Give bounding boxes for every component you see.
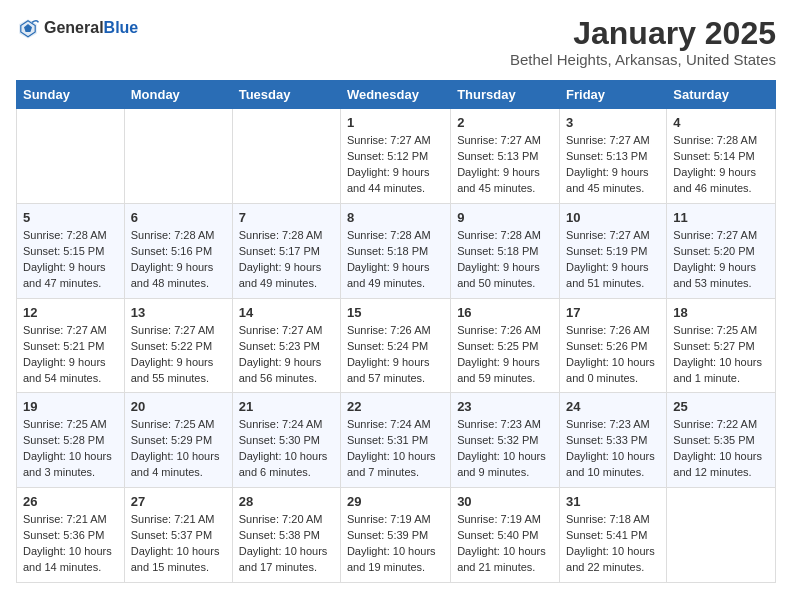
day-number: 18: [673, 305, 769, 320]
day-info: Sunrise: 7:25 AM Sunset: 5:28 PM Dayligh…: [23, 417, 118, 481]
day-info: Sunrise: 7:27 AM Sunset: 5:23 PM Dayligh…: [239, 323, 334, 387]
calendar-cell: 29Sunrise: 7:19 AM Sunset: 5:39 PM Dayli…: [340, 488, 450, 583]
calendar-cell: 21Sunrise: 7:24 AM Sunset: 5:30 PM Dayli…: [232, 393, 340, 488]
calendar-cell: 5Sunrise: 7:28 AM Sunset: 5:15 PM Daylig…: [17, 203, 125, 298]
calendar-week-5: 26Sunrise: 7:21 AM Sunset: 5:36 PM Dayli…: [17, 488, 776, 583]
day-number: 3: [566, 115, 660, 130]
day-info: Sunrise: 7:21 AM Sunset: 5:36 PM Dayligh…: [23, 512, 118, 576]
day-info: Sunrise: 7:26 AM Sunset: 5:26 PM Dayligh…: [566, 323, 660, 387]
day-info: Sunrise: 7:28 AM Sunset: 5:16 PM Dayligh…: [131, 228, 226, 292]
day-number: 14: [239, 305, 334, 320]
day-number: 2: [457, 115, 553, 130]
calendar-cell: 30Sunrise: 7:19 AM Sunset: 5:40 PM Dayli…: [451, 488, 560, 583]
calendar-table: Sunday Monday Tuesday Wednesday Thursday…: [16, 80, 776, 583]
day-number: 12: [23, 305, 118, 320]
day-info: Sunrise: 7:25 AM Sunset: 5:27 PM Dayligh…: [673, 323, 769, 387]
day-number: 5: [23, 210, 118, 225]
day-number: 4: [673, 115, 769, 130]
day-info: Sunrise: 7:26 AM Sunset: 5:25 PM Dayligh…: [457, 323, 553, 387]
calendar-cell: [667, 488, 776, 583]
calendar-cell: 25Sunrise: 7:22 AM Sunset: 5:35 PM Dayli…: [667, 393, 776, 488]
calendar-cell: 3Sunrise: 7:27 AM Sunset: 5:13 PM Daylig…: [560, 109, 667, 204]
calendar-cell: 16Sunrise: 7:26 AM Sunset: 5:25 PM Dayli…: [451, 298, 560, 393]
logo-text: General Blue: [44, 20, 138, 36]
calendar-cell: 9Sunrise: 7:28 AM Sunset: 5:18 PM Daylig…: [451, 203, 560, 298]
day-number: 27: [131, 494, 226, 509]
calendar-cell: 22Sunrise: 7:24 AM Sunset: 5:31 PM Dayli…: [340, 393, 450, 488]
day-info: Sunrise: 7:22 AM Sunset: 5:35 PM Dayligh…: [673, 417, 769, 481]
day-info: Sunrise: 7:19 AM Sunset: 5:39 PM Dayligh…: [347, 512, 444, 576]
logo-general: General: [44, 20, 104, 36]
month-title: January 2025: [510, 16, 776, 51]
calendar-week-4: 19Sunrise: 7:25 AM Sunset: 5:28 PM Dayli…: [17, 393, 776, 488]
day-info: Sunrise: 7:27 AM Sunset: 5:19 PM Dayligh…: [566, 228, 660, 292]
col-saturday: Saturday: [667, 81, 776, 109]
day-info: Sunrise: 7:18 AM Sunset: 5:41 PM Dayligh…: [566, 512, 660, 576]
day-info: Sunrise: 7:28 AM Sunset: 5:14 PM Dayligh…: [673, 133, 769, 197]
calendar-cell: 31Sunrise: 7:18 AM Sunset: 5:41 PM Dayli…: [560, 488, 667, 583]
day-number: 13: [131, 305, 226, 320]
location-title: Bethel Heights, Arkansas, United States: [510, 51, 776, 68]
day-number: 10: [566, 210, 660, 225]
day-info: Sunrise: 7:27 AM Sunset: 5:21 PM Dayligh…: [23, 323, 118, 387]
calendar-cell: 13Sunrise: 7:27 AM Sunset: 5:22 PM Dayli…: [124, 298, 232, 393]
day-info: Sunrise: 7:19 AM Sunset: 5:40 PM Dayligh…: [457, 512, 553, 576]
day-info: Sunrise: 7:27 AM Sunset: 5:12 PM Dayligh…: [347, 133, 444, 197]
day-number: 16: [457, 305, 553, 320]
day-number: 23: [457, 399, 553, 414]
day-number: 30: [457, 494, 553, 509]
col-sunday: Sunday: [17, 81, 125, 109]
calendar-cell: 28Sunrise: 7:20 AM Sunset: 5:38 PM Dayli…: [232, 488, 340, 583]
calendar-cell: 2Sunrise: 7:27 AM Sunset: 5:13 PM Daylig…: [451, 109, 560, 204]
calendar-cell: 19Sunrise: 7:25 AM Sunset: 5:28 PM Dayli…: [17, 393, 125, 488]
calendar-cell: 26Sunrise: 7:21 AM Sunset: 5:36 PM Dayli…: [17, 488, 125, 583]
day-info: Sunrise: 7:28 AM Sunset: 5:15 PM Dayligh…: [23, 228, 118, 292]
calendar-week-3: 12Sunrise: 7:27 AM Sunset: 5:21 PM Dayli…: [17, 298, 776, 393]
day-info: Sunrise: 7:20 AM Sunset: 5:38 PM Dayligh…: [239, 512, 334, 576]
calendar-week-1: 1Sunrise: 7:27 AM Sunset: 5:12 PM Daylig…: [17, 109, 776, 204]
day-number: 31: [566, 494, 660, 509]
day-info: Sunrise: 7:27 AM Sunset: 5:13 PM Dayligh…: [457, 133, 553, 197]
day-info: Sunrise: 7:27 AM Sunset: 5:22 PM Dayligh…: [131, 323, 226, 387]
day-info: Sunrise: 7:28 AM Sunset: 5:18 PM Dayligh…: [457, 228, 553, 292]
col-wednesday: Wednesday: [340, 81, 450, 109]
logo-icon: [16, 16, 40, 40]
day-number: 29: [347, 494, 444, 509]
calendar-cell: 18Sunrise: 7:25 AM Sunset: 5:27 PM Dayli…: [667, 298, 776, 393]
day-info: Sunrise: 7:23 AM Sunset: 5:33 PM Dayligh…: [566, 417, 660, 481]
col-thursday: Thursday: [451, 81, 560, 109]
day-number: 11: [673, 210, 769, 225]
calendar-cell: 27Sunrise: 7:21 AM Sunset: 5:37 PM Dayli…: [124, 488, 232, 583]
calendar-cell: [124, 109, 232, 204]
logo-blue: Blue: [104, 20, 139, 36]
calendar-cell: 10Sunrise: 7:27 AM Sunset: 5:19 PM Dayli…: [560, 203, 667, 298]
col-monday: Monday: [124, 81, 232, 109]
day-number: 1: [347, 115, 444, 130]
day-info: Sunrise: 7:21 AM Sunset: 5:37 PM Dayligh…: [131, 512, 226, 576]
calendar-cell: 4Sunrise: 7:28 AM Sunset: 5:14 PM Daylig…: [667, 109, 776, 204]
day-info: Sunrise: 7:23 AM Sunset: 5:32 PM Dayligh…: [457, 417, 553, 481]
day-info: Sunrise: 7:24 AM Sunset: 5:30 PM Dayligh…: [239, 417, 334, 481]
logo: General Blue: [16, 16, 138, 40]
calendar-cell: 11Sunrise: 7:27 AM Sunset: 5:20 PM Dayli…: [667, 203, 776, 298]
page-header: General Blue January 2025 Bethel Heights…: [16, 16, 776, 68]
day-number: 24: [566, 399, 660, 414]
day-number: 7: [239, 210, 334, 225]
calendar-cell: [17, 109, 125, 204]
calendar-cell: 15Sunrise: 7:26 AM Sunset: 5:24 PM Dayli…: [340, 298, 450, 393]
day-number: 20: [131, 399, 226, 414]
day-number: 28: [239, 494, 334, 509]
calendar-cell: 8Sunrise: 7:28 AM Sunset: 5:18 PM Daylig…: [340, 203, 450, 298]
calendar-cell: 1Sunrise: 7:27 AM Sunset: 5:12 PM Daylig…: [340, 109, 450, 204]
title-area: January 2025 Bethel Heights, Arkansas, U…: [510, 16, 776, 68]
day-info: Sunrise: 7:28 AM Sunset: 5:17 PM Dayligh…: [239, 228, 334, 292]
calendar-cell: 23Sunrise: 7:23 AM Sunset: 5:32 PM Dayli…: [451, 393, 560, 488]
calendar-cell: 17Sunrise: 7:26 AM Sunset: 5:26 PM Dayli…: [560, 298, 667, 393]
day-number: 22: [347, 399, 444, 414]
calendar-cell: 24Sunrise: 7:23 AM Sunset: 5:33 PM Dayli…: [560, 393, 667, 488]
calendar-cell: 6Sunrise: 7:28 AM Sunset: 5:16 PM Daylig…: [124, 203, 232, 298]
day-info: Sunrise: 7:27 AM Sunset: 5:20 PM Dayligh…: [673, 228, 769, 292]
day-number: 17: [566, 305, 660, 320]
day-number: 26: [23, 494, 118, 509]
col-tuesday: Tuesday: [232, 81, 340, 109]
